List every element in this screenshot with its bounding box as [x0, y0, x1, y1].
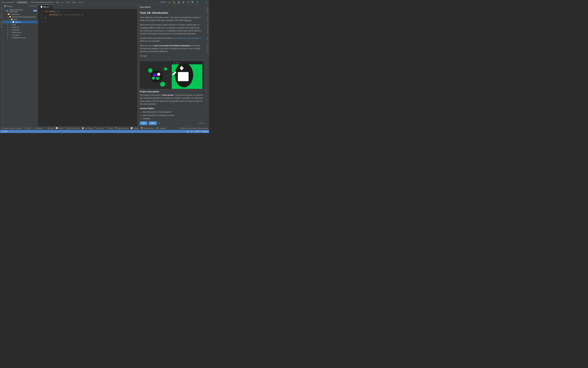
top-bar-left: course_preview1 | Introduction › TheFirs… — [1, 1, 84, 3]
git-branch[interactable]: ⎇ main — [1, 130, 7, 132]
problems-icon: ⚠ — [33, 127, 35, 129]
toolbar-profiler[interactable]: 📊 Profiler — [55, 127, 63, 129]
sidebar-bookmarks-tab[interactable]: Bookmarks — [0, 20, 2, 28]
file-tree: ▼ 📘 Kotlin Onboarding: Introduction 6/34… — [3, 8, 38, 126]
sidebar-structure-tab[interactable]: Structure — [0, 12, 2, 19]
settings-icon[interactable]: ⚙ — [33, 5, 35, 7]
lesson-topics-list: the entry point for a Kotlin program; bu… — [143, 110, 204, 120]
coverage-button[interactable]: ▣ — [177, 1, 180, 4]
indent[interactable]: 4 spaces — [201, 130, 208, 132]
tree-item-firstdate[interactable]: ▼ 📁 The first date with programming — [3, 16, 38, 18]
account-button[interactable]: 👤 — [196, 1, 199, 4]
plugins-tab[interactable]: Plugins — [207, 16, 209, 22]
illustration-container — [140, 61, 204, 89]
course-label[interactable]: 📦 — [4, 5, 6, 7]
svg-point-10 — [148, 68, 153, 73]
svg-point-5 — [150, 71, 163, 83]
left-sidebar: Project Structure Bookmarks — [0, 5, 3, 126]
logcat-icon: 📝 — [131, 127, 133, 129]
sync-icon[interactable]: ⟳ — [29, 5, 31, 7]
toolbar-terminal[interactable]: ⬛ Terminal — [45, 127, 54, 129]
notifications-tab[interactable]: Notifications — [207, 6, 209, 15]
breadcrumb-task: task — [56, 1, 59, 3]
breadcrumb-kotlin: kotlin — [72, 1, 76, 3]
gradle-tab[interactable]: Gradle — [207, 35, 209, 41]
editor-content[interactable]: 1 2 3 4 fun main() { println("My first p… — [38, 9, 137, 126]
profiler-icon: 📊 — [55, 127, 58, 129]
encoding[interactable]: UTF-8 — [195, 130, 199, 132]
toolbar-version-control[interactable]: ⎇ Version Control — [1, 127, 15, 129]
toolbar-logcat[interactable]: 📝 Logcat — [131, 127, 138, 129]
desc-para-1: Hello! Welcome to the Kotlin course. Thi… — [140, 16, 204, 22]
course-title: Course — [7, 5, 12, 7]
next-button[interactable]: Next — [149, 121, 157, 125]
kotlin-docs-link[interactable]: the official Kotlin documentation ↗ — [173, 37, 201, 39]
right-sidebar: Notifications Plugins Device Manager Gra… — [206, 5, 209, 126]
lesson-topics-title: Lesson topics — [140, 107, 204, 110]
toolbar-todo[interactable]: ☑ TODO — [24, 127, 31, 129]
file-status-text: All files are up-to-date (2 minutes ago) — [180, 127, 208, 129]
svg-point-17 — [176, 62, 177, 64]
profile-button[interactable]: ⚡ — [182, 1, 185, 4]
app-inspect-icon: 🔍 — [115, 127, 117, 129]
breadcrumb-intro[interactable]: Introduction — [16, 1, 28, 3]
breadcrumb-mainkt[interactable]: Main.kt — [78, 1, 84, 3]
svg-point-7 — [157, 73, 160, 76]
svg-point-6 — [153, 73, 157, 77]
status-bar-right: 4:1 LF UTF-8 4 spaces — [187, 130, 208, 132]
checkmark-icon: ✓ — [197, 122, 199, 124]
sidebar-project-tab[interactable]: Project — [0, 6, 2, 11]
device-manager-tab[interactable]: Device Manager — [207, 23, 209, 35]
toolbar-services[interactable]: 🔧 Services — [95, 127, 104, 129]
toolbar-tool-output[interactable]: 📋 Tool Output — [82, 127, 93, 129]
editor-area: 📄 Main.kt ✕ 1 2 3 4 fun main() { println… — [38, 5, 137, 126]
forward-button[interactable]: → — [201, 1, 204, 4]
tree-item-almost-done[interactable]: ▶ ⬛ Almost done — [3, 31, 38, 34]
tree-item-root[interactable]: ▼ 📘 Kotlin Onboarding: Introduction 6/34 — [3, 9, 38, 13]
collapse-icon[interactable]: ≡ — [32, 5, 32, 7]
search-button[interactable]: 🔍 — [191, 1, 194, 4]
toolbar-app-inspection[interactable]: 🔍 App Inspection — [115, 127, 129, 129]
tree-item-mainkt[interactable]: 📄 Main.kt — [3, 21, 38, 23]
antlr-icon: ⚙ — [66, 127, 67, 129]
topic-3: variables; — [143, 117, 204, 120]
close-panel-icon[interactable]: ✕ — [35, 5, 36, 7]
debug-button[interactable]: 🐛 — [172, 1, 176, 4]
toolbar-endpoints[interactable]: 🔗 Endpoints — [156, 127, 166, 129]
project-panel-header: 📦 Course ▾ ⟳ ≡ ⚙ ✕ — [3, 5, 38, 8]
cursor-position[interactable]: 4:1 — [187, 130, 189, 132]
refresh-button[interactable]: ↺ — [158, 122, 160, 124]
project-panel: 📦 Course ▾ ⟳ ≡ ⚙ ✕ ▼ 📘 Kotlin Onboarding… — [3, 5, 38, 126]
toolbar-antlr[interactable]: ⚙ ANTLR Preview — [66, 127, 80, 129]
settings-button[interactable]: ⚙ — [187, 1, 190, 4]
tab-label: Main.kt — [43, 6, 49, 8]
task-title: Task 1/6: Introduction — [140, 11, 204, 15]
tree-item-last-push[interactable]: ▶ ⬛ Last push — [3, 34, 38, 36]
tree-item-kotlin-folder[interactable]: ▼ 📁 kotlin — [3, 18, 38, 21]
tab-file-icon: 📄 — [40, 6, 43, 8]
run-button[interactable]: Run — [140, 121, 147, 125]
tree-item-introduction[interactable]: ▼ 📁 Introduction — [3, 13, 38, 16]
android-emulator-tab[interactable]: Android Emulator — [207, 42, 209, 54]
tree-item-feedback[interactable]: ▶ ⬛ Feedback Survey — [3, 36, 38, 39]
svg-point-8 — [152, 77, 155, 80]
tree-item-chat[interactable]: ▶ ⬛ Chat — [3, 23, 38, 26]
vcs-icon: ⎇ — [1, 127, 3, 129]
toolbar-run[interactable]: ▶ Run — [17, 127, 22, 129]
panel-icons: ⟳ ≡ ⚙ ✕ — [29, 5, 36, 7]
toolbar-dependencies[interactable]: 📦 Dependencies — [141, 127, 154, 129]
toolbar-build[interactable]: 🔨 Build — [106, 127, 113, 129]
run-button[interactable]: ▶ — [168, 1, 171, 4]
tree-item-warmup[interactable]: ▶ ⬛ Warm up — [3, 26, 38, 28]
code-editor[interactable]: fun main() { println("My first program!"… — [44, 9, 137, 126]
tab-close-icon[interactable]: ✕ — [49, 6, 51, 8]
svg-point-18 — [178, 62, 180, 64]
build-icon: 🔨 — [106, 127, 109, 129]
close-button[interactable]: ✕ — [205, 1, 208, 4]
toolbar-problems[interactable]: ⚠ Problems — [33, 127, 42, 129]
line-separator[interactable]: LF — [191, 130, 193, 132]
editor-tab-mainkt[interactable]: 📄 Main.kt ✕ — [39, 5, 53, 9]
deps-icon: 📦 — [141, 127, 143, 129]
svg-point-14 — [185, 72, 186, 74]
tree-item-hangman[interactable]: ▶ ⬛ Hangman — [3, 28, 38, 31]
